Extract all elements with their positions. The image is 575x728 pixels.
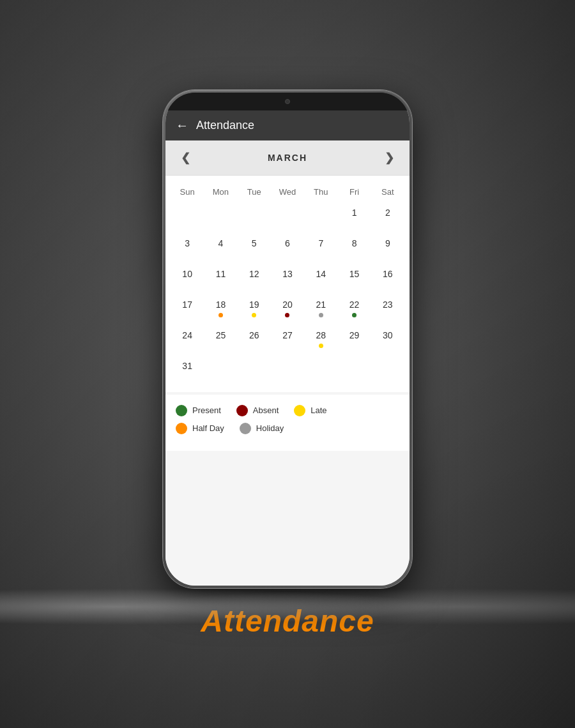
weekday-mon: Mon	[204, 183, 237, 201]
day-28[interactable]: 28	[304, 326, 337, 356]
phone-frame: ← Attendance ❮ MARCH ❯ Sun	[163, 90, 412, 588]
day-empty	[271, 356, 304, 387]
legend-dot-absent	[236, 405, 248, 416]
day-empty	[371, 356, 404, 387]
legend-dot-late	[294, 405, 305, 416]
day-14[interactable]: 14	[304, 264, 337, 295]
day-empty	[204, 356, 237, 387]
app-header: ← Attendance	[165, 110, 410, 140]
day-13[interactable]: 13	[271, 264, 304, 295]
day-10[interactable]: 10	[171, 264, 204, 295]
legend-halfday: Half Day	[176, 423, 224, 434]
day-31[interactable]: 31	[171, 356, 204, 387]
day-19[interactable]: 19	[238, 295, 271, 326]
day-3[interactable]: 3	[171, 234, 204, 264]
day-empty	[238, 356, 271, 387]
day-empty	[337, 356, 371, 387]
weekday-tue: Tue	[238, 183, 271, 201]
legend-row-2: Half Day Holiday	[176, 423, 399, 434]
day-20[interactable]: 20	[271, 295, 304, 326]
day-25[interactable]: 25	[204, 326, 237, 356]
day-cell[interactable]	[238, 203, 271, 234]
day-6[interactable]: 6	[271, 234, 304, 264]
prev-month-button[interactable]: ❮	[176, 148, 195, 167]
phone-wrapper: ← Attendance ❮ MARCH ❯ Sun	[163, 90, 412, 639]
phone-top-bar	[165, 93, 410, 110]
legend: Present Absent Late	[165, 395, 410, 451]
day-9[interactable]: 9	[371, 234, 404, 264]
day-29[interactable]: 29	[337, 326, 371, 356]
day-5[interactable]: 5	[238, 234, 271, 264]
day-1[interactable]: 1	[337, 203, 371, 234]
day-11[interactable]: 11	[204, 264, 237, 295]
day-22[interactable]: 22	[337, 295, 371, 326]
legend-label-present: Present	[192, 406, 221, 415]
legend-dot-halfday	[176, 423, 187, 434]
calendar-container: ❮ MARCH ❯ Sun Mon Tue Wed Thu F	[165, 140, 410, 586]
days-grid: 1 2 3 4 5 6 7 8 9 10 11	[165, 203, 410, 387]
dot-late-19	[252, 313, 256, 317]
dot-present-22	[352, 313, 356, 317]
weekday-row: Sun Mon Tue Wed Thu Fri Sat	[165, 181, 410, 203]
camera-dot	[285, 99, 290, 104]
header-title: Attendance	[196, 119, 254, 132]
calendar-grid: Sun Mon Tue Wed Thu Fri Sat	[165, 176, 410, 392]
day-12[interactable]: 12	[238, 264, 271, 295]
month-nav: ❮ MARCH ❯	[165, 140, 410, 176]
day-cell[interactable]	[204, 203, 237, 234]
dot-late-28	[319, 344, 323, 348]
day-15[interactable]: 15	[337, 264, 371, 295]
bottom-label: Attendance	[201, 603, 374, 639]
day-empty	[304, 356, 337, 387]
legend-late: Late	[294, 405, 326, 416]
dot-halfday-18	[218, 313, 223, 317]
day-4[interactable]: 4	[204, 234, 237, 264]
dot-holiday-21	[319, 313, 323, 317]
day-21[interactable]: 21	[304, 295, 337, 326]
day-23[interactable]: 23	[371, 295, 404, 326]
day-16[interactable]: 16	[371, 264, 404, 295]
legend-absent: Absent	[236, 405, 279, 416]
day-24[interactable]: 24	[171, 326, 204, 356]
legend-label-holiday: Holiday	[256, 423, 284, 433]
day-2[interactable]: 2	[371, 203, 404, 234]
legend-holiday: Holiday	[240, 423, 284, 434]
weekday-sat: Sat	[371, 183, 404, 201]
day-cell[interactable]	[304, 203, 337, 234]
month-title: MARCH	[268, 153, 307, 163]
day-cell[interactable]	[171, 203, 204, 234]
legend-label-absent: Absent	[253, 406, 279, 415]
legend-dot-holiday	[240, 423, 251, 434]
screen: ← Attendance ❮ MARCH ❯ Sun	[165, 110, 410, 586]
legend-label-late: Late	[310, 406, 326, 415]
day-cell[interactable]	[271, 203, 304, 234]
day-8[interactable]: 8	[337, 234, 371, 264]
weekday-thu: Thu	[304, 183, 337, 201]
day-17[interactable]: 17	[171, 295, 204, 326]
weekday-wed: Wed	[271, 183, 304, 201]
back-button[interactable]: ←	[176, 118, 188, 133]
next-month-button[interactable]: ❯	[379, 148, 399, 167]
legend-row-1: Present Absent Late	[176, 405, 399, 416]
day-7[interactable]: 7	[304, 234, 337, 264]
weekday-fri: Fri	[337, 183, 371, 201]
legend-present: Present	[176, 405, 221, 416]
dot-absent-20	[285, 313, 289, 317]
phone-inner: ← Attendance ❮ MARCH ❯ Sun	[165, 93, 410, 586]
legend-dot-present	[176, 405, 187, 416]
legend-label-halfday: Half Day	[192, 423, 224, 433]
day-18[interactable]: 18	[204, 295, 237, 326]
day-26[interactable]: 26	[238, 326, 271, 356]
day-30[interactable]: 30	[371, 326, 404, 356]
weekday-sun: Sun	[171, 183, 204, 201]
day-27[interactable]: 27	[271, 326, 304, 356]
